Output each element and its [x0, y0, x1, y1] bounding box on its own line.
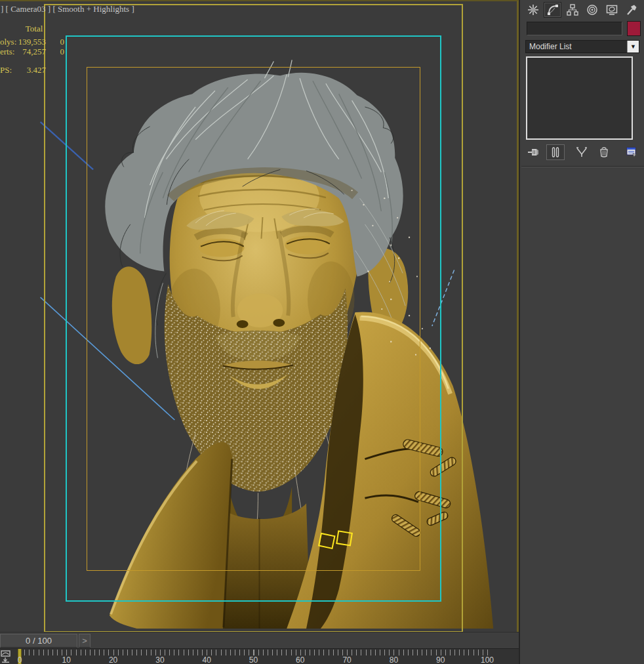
merge-v-icon — [576, 147, 588, 157]
ruler-label: 40 — [203, 655, 211, 664]
bezier-arc-icon — [547, 4, 559, 16]
ruler-label: 50 — [249, 655, 258, 664]
mini-curve-editor-button[interactable] — [1, 650, 14, 663]
tab-motion[interactable] — [583, 2, 601, 18]
config-window-icon — [626, 147, 637, 157]
panel-divider — [521, 166, 644, 167]
viewport-statistics: Total olys: 139,553 0 erts: 74,257 0 PS:… — [0, 1, 79, 87]
stats-verts-total: 74,257 — [13, 47, 46, 57]
show-end-result-button[interactable] — [546, 144, 565, 160]
tab-hierarchy[interactable] — [563, 2, 581, 18]
time-slider-handle[interactable]: 0 / 100 — [0, 634, 77, 648]
tab-create[interactable] — [524, 2, 542, 18]
head-model[interactable] — [105, 60, 493, 629]
modifier-stack[interactable] — [526, 56, 633, 140]
hammer-icon — [626, 4, 637, 16]
wheel-icon — [586, 4, 598, 16]
stats-total-header: Total — [20, 24, 49, 34]
stats-polys-selected: 0 — [54, 37, 64, 47]
scene-3d-bust[interactable] — [0, 1, 517, 632]
ruler-ticks — [20, 650, 489, 655]
left-ear — [112, 266, 151, 364]
pin-stack-button[interactable] — [524, 144, 542, 160]
configure-modifier-sets-button[interactable] — [622, 144, 641, 160]
stats-fps-value: 3.427 — [13, 65, 46, 75]
ruler-label: 70 — [342, 655, 351, 664]
modifier-stack-toolbar — [524, 143, 642, 161]
ruler-label: 0 — [18, 655, 22, 664]
make-unique-button[interactable] — [573, 144, 591, 160]
next-frame-button[interactable]: > — [79, 634, 91, 648]
track-bar-ruler[interactable]: 0102030405060708090100 — [0, 648, 519, 664]
test-tubes-icon — [551, 147, 560, 157]
monitor-icon — [606, 4, 618, 16]
modifier-list-dropdown[interactable]: Modifier List ▼ — [525, 40, 639, 53]
ruler-label: 30 — [155, 655, 164, 664]
org-chart-icon — [567, 4, 578, 16]
modifier-list-label: Modifier List — [529, 42, 572, 51]
remove-modifier-button[interactable] — [595, 144, 613, 160]
tab-display[interactable] — [603, 2, 620, 18]
object-color-swatch[interactable] — [627, 21, 641, 36]
ruler-label: 90 — [436, 655, 445, 664]
ruler-label: 60 — [296, 655, 304, 664]
command-panel: Modifier List ▼ — [519, 0, 644, 664]
ruler-label: 10 — [62, 655, 71, 664]
ruler-label: 20 — [109, 655, 117, 664]
chevron-down-icon[interactable]: ▼ — [627, 41, 639, 52]
ruler-label: 80 — [390, 655, 398, 664]
command-panel-tabs — [524, 2, 642, 19]
tab-modify[interactable] — [544, 2, 561, 18]
object-name-field[interactable] — [527, 22, 622, 35]
stats-fps-label: PS: — [0, 65, 12, 75]
trash-bin-icon — [599, 147, 609, 157]
left-lapel — [110, 442, 233, 629]
ruler-label: 100 — [481, 655, 494, 664]
stats-verts-selected: 0 — [54, 47, 64, 57]
pushpin-icon — [527, 147, 539, 157]
time-slider-track[interactable]: 0 / 100 > — [0, 632, 519, 648]
camera-viewport[interactable]: ] [ Camera03 ] [ Smooth + Highlights ] T… — [0, 0, 519, 632]
tab-utilities[interactable] — [622, 2, 640, 18]
starburst-icon — [527, 4, 539, 16]
stats-polys-total: 139,553 — [13, 37, 46, 47]
